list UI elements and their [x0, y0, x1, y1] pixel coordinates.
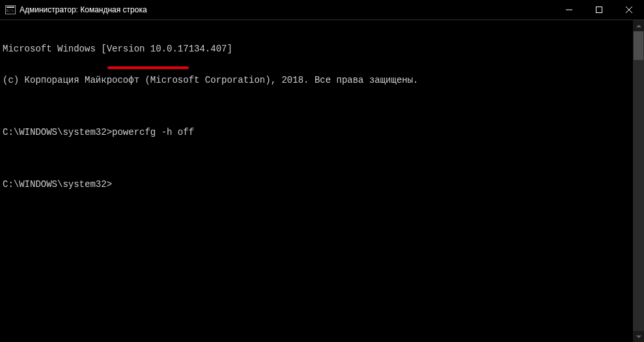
content-area: Microsoft Windows [Version 10.0.17134.40…: [0, 20, 644, 342]
prompt-path: C:\WINDOWS\system32>: [3, 179, 112, 190]
cmd-window: Администратор: Командная строка Microsof…: [0, 0, 644, 342]
prompt-path: C:\WINDOWS\system32>: [3, 127, 112, 137]
scroll-down-button[interactable]: [633, 331, 644, 342]
prompt-command: powercfg -h off: [112, 127, 194, 137]
vertical-scrollbar[interactable]: [633, 20, 644, 342]
scrollbar-thumb[interactable]: [634, 31, 643, 60]
scrollbar-track[interactable]: [633, 31, 644, 331]
terminal-line: C:\WINDOWS\system32>powercfg -h off: [3, 127, 630, 137]
maximize-button[interactable]: [584, 0, 614, 20]
window-title: Администратор: Командная строка: [20, 5, 554, 14]
titlebar[interactable]: Администратор: Командная строка: [0, 0, 644, 20]
cmd-icon: [5, 5, 16, 14]
minimize-icon: [566, 7, 572, 13]
chevron-up-icon: [636, 25, 641, 27]
minimize-button[interactable]: [554, 0, 584, 20]
highlight-underline: [107, 66, 189, 69]
window-controls: [554, 0, 644, 20]
close-icon: [626, 7, 632, 13]
maximize-icon: [596, 7, 602, 13]
close-button[interactable]: [614, 0, 644, 20]
terminal[interactable]: Microsoft Windows [Version 10.0.17134.40…: [0, 20, 633, 342]
scroll-up-button[interactable]: [633, 20, 644, 31]
terminal-line: Microsoft Windows [Version 10.0.17134.40…: [3, 44, 630, 54]
terminal-line: (c) Корпорация Майкрософт (Microsoft Cor…: [3, 75, 630, 85]
svg-rect-1: [596, 7, 602, 13]
terminal-line: C:\WINDOWS\system32>: [3, 179, 630, 190]
chevron-down-icon: [636, 335, 641, 338]
